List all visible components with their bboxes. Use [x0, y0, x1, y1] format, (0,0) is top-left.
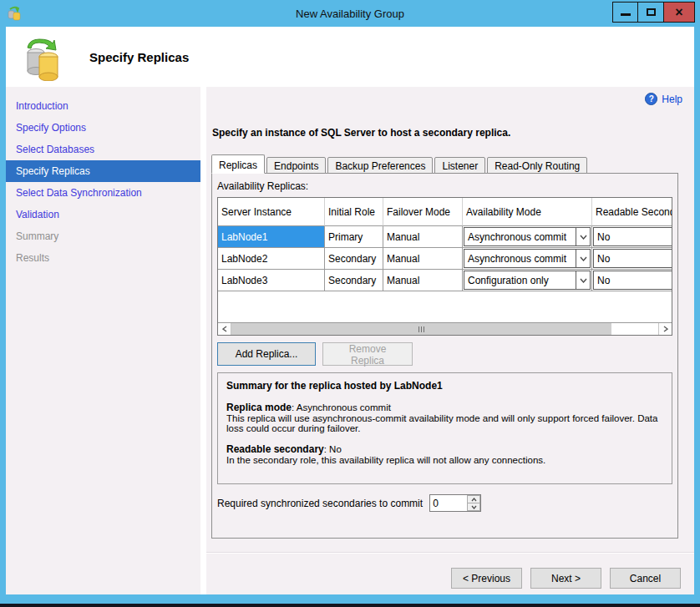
minimize-button[interactable]	[612, 2, 638, 23]
required-secondaries-label: Required synchronized secondaries to com…	[217, 498, 423, 509]
column-availability-mode[interactable]: Availability Mode	[463, 198, 592, 226]
cell-initial-role: Primary	[325, 226, 383, 248]
readable-secondary-combobox[interactable]: No	[593, 227, 672, 246]
tab-listener[interactable]: Listener	[434, 157, 485, 174]
cell-failover-mode: Manual	[383, 270, 463, 291]
scrollbar-grip-icon	[418, 326, 425, 332]
cell-failover-mode: Manual	[383, 226, 463, 248]
tab-replicas[interactable]: Replicas	[211, 154, 265, 174]
tab-strip: Replicas Endpoints Backup Preferences Li…	[211, 154, 589, 174]
window-title: New Availability Group	[0, 8, 700, 20]
next-button[interactable]: Next >	[530, 568, 601, 589]
replica-mode-label: Replica mode	[226, 402, 292, 413]
wizard-header: Specify Replicas	[6, 27, 694, 87]
close-button[interactable]: ×	[664, 2, 695, 23]
title-bar: New Availability Group ×	[0, 0, 700, 27]
sidebar-item-select-data-synchronization[interactable]: Select Data Synchronization	[6, 182, 200, 204]
help-label: Help	[662, 94, 682, 105]
sidebar-item-specify-replicas[interactable]: Specify Replicas	[6, 160, 200, 182]
chevron-down-icon[interactable]	[576, 250, 590, 267]
help-link[interactable]: ? Help	[645, 93, 682, 105]
required-secondaries-spinner	[429, 494, 481, 512]
database-sync-icon	[21, 33, 66, 81]
add-replica-button[interactable]: Add Replica...	[217, 342, 316, 366]
chevron-down-icon[interactable]	[576, 228, 590, 245]
sidebar-item-select-databases[interactable]: Select Databases	[6, 139, 200, 160]
replicas-tab-panel: Availability Replicas: Server Instance I…	[211, 173, 678, 539]
scroll-right-button[interactable]	[658, 323, 672, 335]
scroll-left-button[interactable]	[218, 323, 231, 335]
cancel-button[interactable]: Cancel	[610, 568, 681, 589]
remove-replica-button: Remove Replica	[322, 342, 413, 366]
maximize-icon	[647, 8, 656, 16]
help-icon: ?	[645, 93, 657, 105]
column-initial-role[interactable]: Initial Role	[325, 198, 383, 226]
chevron-down-icon[interactable]	[576, 271, 590, 289]
readable-secondary-value: : No	[324, 444, 342, 454]
wizard-steps-sidebar: Introduction Specify Options Select Data…	[6, 87, 200, 594]
availability-mode-combobox[interactable]: Asynchronous commit	[464, 227, 591, 246]
instruction-text: Specify an instance of SQL Server to hos…	[212, 127, 510, 139]
sidebar-divider	[200, 87, 206, 594]
replica-mode-value: : Asynchronous commit	[292, 402, 391, 412]
required-secondaries-input[interactable]	[430, 495, 467, 511]
availability-mode-combobox[interactable]: Configuration only	[464, 271, 591, 290]
table-row[interactable]: LabNode3 Secondary Manual Configuration …	[218, 270, 672, 291]
spin-down-button[interactable]	[467, 503, 480, 511]
sidebar-item-introduction[interactable]: Introduction	[6, 95, 200, 117]
table-row[interactable]: LabNode2 Secondary Manual Asynchronous c…	[218, 248, 672, 270]
wizard-window: New Availability Group × Specify Replica…	[0, 0, 700, 607]
sidebar-item-results: Results	[6, 247, 200, 269]
scrollbar-track[interactable]	[611, 323, 658, 335]
maximize-button[interactable]	[638, 2, 664, 23]
cell-server-instance[interactable]: LabNode1	[218, 226, 325, 248]
tab-read-only-routing[interactable]: Read-Only Routing	[487, 157, 587, 174]
replicas-table: Server Instance Initial Role Failover Mo…	[217, 197, 672, 336]
close-icon: ×	[675, 6, 682, 19]
minimize-icon	[621, 13, 631, 16]
footer-divider	[206, 552, 694, 554]
tab-backup-preferences[interactable]: Backup Preferences	[327, 157, 433, 174]
scrollbar-thumb[interactable]	[231, 323, 611, 335]
readable-secondary-description: In the secondary role, this availability…	[226, 455, 663, 465]
sidebar-item-validation[interactable]: Validation	[6, 204, 200, 225]
column-server-instance[interactable]: Server Instance	[218, 198, 325, 226]
cell-server-instance[interactable]: LabNode2	[218, 248, 325, 270]
column-readable-secondary[interactable]: Readable Secondary	[592, 198, 672, 226]
availability-mode-combobox[interactable]: Asynchronous commit	[464, 249, 591, 268]
summary-panel: Summary for the replica hosted by LabNod…	[217, 372, 672, 484]
previous-button[interactable]: < Previous	[451, 568, 522, 589]
column-failover-mode[interactable]: Failover Mode	[383, 198, 463, 226]
cell-initial-role: Secondary	[325, 270, 383, 291]
tab-endpoints[interactable]: Endpoints	[266, 157, 326, 174]
readable-secondary-combobox[interactable]: No	[593, 271, 672, 290]
window-bottom-edge	[0, 604, 700, 607]
table-row[interactable]: LabNode1 Primary Manual Asynchronous com…	[218, 226, 672, 248]
readable-secondary-label: Readable secondary	[226, 443, 324, 455]
footer-buttons: < Previous Next > Cancel	[443, 568, 681, 589]
page-title: Specify Replicas	[89, 50, 189, 64]
availability-replicas-label: Availability Replicas:	[217, 180, 672, 192]
readable-secondary-combobox[interactable]: No	[593, 249, 672, 268]
cell-failover-mode: Manual	[383, 248, 463, 270]
window-content: Specify Replicas Introduction Specify Op…	[6, 27, 694, 594]
main-pane: ? Help Specify an instance of SQL Server…	[206, 87, 694, 594]
sidebar-item-summary: Summary	[6, 225, 200, 247]
spin-up-button[interactable]	[467, 495, 480, 503]
cell-server-instance[interactable]: LabNode3	[218, 270, 325, 291]
table-empty-area	[218, 291, 672, 321]
replica-mode-description: This replica will use asynchronous-commi…	[226, 413, 663, 433]
sidebar-item-specify-options[interactable]: Specify Options	[6, 117, 200, 139]
cell-initial-role: Secondary	[325, 248, 383, 270]
summary-title: Summary for the replica hosted by LabNod…	[226, 380, 663, 392]
table-header-row: Server Instance Initial Role Failover Mo…	[218, 198, 672, 226]
horizontal-scrollbar[interactable]	[218, 322, 672, 335]
